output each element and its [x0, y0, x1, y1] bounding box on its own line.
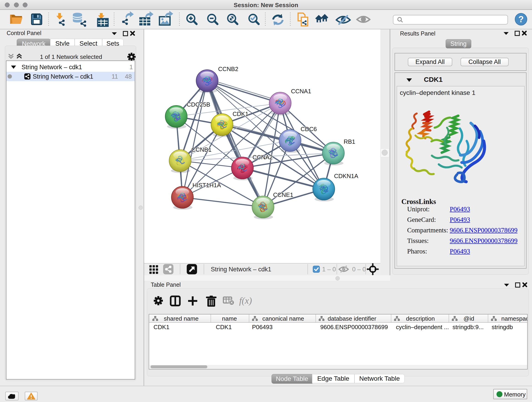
svg-text:f(x): f(x) [239, 295, 252, 306]
svg-text:String Network – cdk1: String Network – cdk1 [211, 266, 271, 273]
svg-text:CDK1: CDK1 [216, 324, 232, 331]
svg-text:name: name [222, 315, 237, 322]
svg-text:CDC25B: CDC25B [187, 101, 210, 108]
svg-text:CCNE1: CCNE1 [273, 191, 293, 198]
svg-text:CDK1: CDK1 [153, 324, 169, 331]
svg-text:database identifier: database identifier [328, 315, 376, 322]
svg-text:stringdb:9...: stringdb:9... [452, 324, 484, 331]
svg-text:CDKN1A: CDKN1A [334, 172, 358, 179]
svg-text:canonical name: canonical name [262, 315, 304, 322]
svg-text:shared name: shared name [164, 315, 199, 322]
svg-text:1 – 0: 1 – 0 [322, 266, 336, 273]
svg-text:CCNA2: CCNA2 [253, 154, 273, 161]
svg-text:description: description [406, 315, 435, 322]
svg-text:0 – 0: 0 – 0 [352, 266, 366, 273]
svg-text:CCNA1: CCNA1 [291, 88, 311, 95]
svg-text:?: ? [518, 14, 524, 24]
svg-text:cyclin–dependent ...: cyclin–dependent ... [396, 324, 449, 331]
svg-text:@id: @id [463, 315, 474, 322]
svg-text:HIST1H1A: HIST1H1A [192, 182, 221, 189]
svg-text:RB1: RB1 [344, 138, 355, 145]
svg-text:namespace: namespace [501, 315, 527, 322]
svg-text:CCNB2: CCNB2 [218, 65, 238, 72]
svg-text:CDC6: CDC6 [301, 126, 317, 133]
svg-text:CCNB1: CCNB1 [191, 146, 211, 153]
svg-text:P06493: P06493 [252, 324, 273, 331]
svg-text:stringdb: stringdb [492, 324, 513, 331]
svg-text:9606.ENSP00000378699: 9606.ENSP00000378699 [320, 324, 388, 331]
svg-text:CDK1: CDK1 [233, 110, 248, 117]
